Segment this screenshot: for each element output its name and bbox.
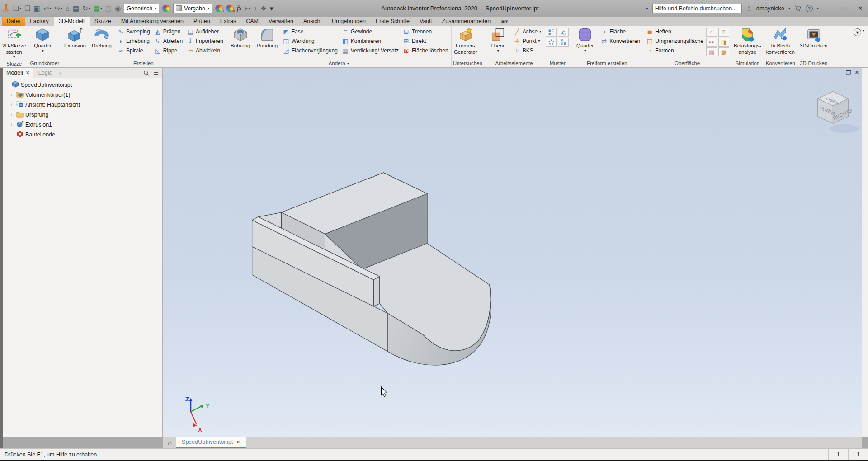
help-search-input[interactable] [652, 4, 742, 13]
punkt-button[interactable]: ✛Punkt▾ [512, 36, 542, 46]
rectangular-pattern-button[interactable] [546, 28, 557, 37]
ribbon-tab-datei[interactable]: Datei [2, 17, 25, 26]
flächenverjüngung-button[interactable]: ◿Flächenverjüngung [281, 46, 339, 55]
sketch-driven-pattern-button[interactable] [558, 38, 569, 47]
kombinieren-button[interactable]: ◧Kombinieren [340, 36, 400, 46]
circular-pattern-button[interactable] [546, 38, 557, 47]
formen-generator-button[interactable]: Formen-Generator [453, 27, 478, 56]
aufkleber-button[interactable]: ▤Aufkleber [185, 27, 225, 36]
importieren-button[interactable]: ↧Importieren [185, 36, 225, 46]
quader-button[interactable]: Quader ▾ [30, 27, 55, 54]
help-icon[interactable]: ? [806, 5, 813, 12]
dropdown-caret-icon[interactable]: ▾ [13, 56, 15, 60]
window-layout-button[interactable]: ❖ [261, 5, 267, 12]
ribbon-tab-ansicht[interactable]: Ansicht [298, 17, 327, 26]
direkt-button[interactable]: ⊞Direkt [401, 36, 450, 46]
fx-button[interactable]: fx [237, 5, 241, 12]
tree-item-extrusion1[interactable]: +Extrusion1 [5, 120, 162, 130]
link-button[interactable]: ◳ [105, 5, 112, 12]
ribbon-tab-mit-anmerkung-versehen[interactable]: Mit Anmerkung versehen [116, 17, 189, 26]
tree-item-bauteilende[interactable]: Bauteilende [5, 130, 162, 140]
tree-expander-icon[interactable]: + [9, 92, 14, 98]
appearance-select-caret-icon[interactable]: ▾ [208, 6, 209, 10]
appearance-select[interactable]: Vorgabe▾ [173, 4, 212, 13]
konvertieren-button[interactable]: ⇄Konvertieren [599, 36, 642, 46]
ribbon-options-caret-icon[interactable]: ▾ [863, 28, 864, 33]
replace-face-button[interactable]: ◨ [718, 38, 729, 47]
measure-caret-icon[interactable]: ▾ [249, 6, 250, 10]
ribbon-tab-erste-schritte[interactable]: Erste Schritte [371, 17, 415, 26]
tree-expander-icon[interactable]: + [9, 122, 14, 127]
appearance-clear-button[interactable]: ✕ [226, 5, 234, 12]
verdickung-versatz-button[interactable]: ▦Verdickung/ Versatz [340, 46, 400, 55]
material-select-caret-icon[interactable]: ▾ [155, 6, 156, 10]
dropdown-caret-icon[interactable]: ▾ [584, 49, 586, 53]
measure-button[interactable]: ⊦▾ [245, 5, 250, 12]
quader-button[interactable]: Quader ▾ [572, 27, 598, 54]
dropdown-caret-icon[interactable]: ▾ [539, 29, 541, 33]
minimize-button[interactable]: – [823, 5, 835, 12]
new-file-caret-icon[interactable]: ▾ [19, 6, 21, 10]
home-button[interactable]: ⌂ [66, 5, 70, 12]
rippe-button[interactable]: ◺Rippe [153, 46, 184, 55]
plus-button[interactable]: + [254, 5, 258, 12]
drehung-button[interactable]: Drehung [89, 27, 114, 49]
search-icon[interactable] [143, 70, 149, 76]
store-cart-icon[interactable] [794, 5, 802, 12]
rundung-button[interactable]: Rundung [255, 27, 280, 49]
dropdown-caret-icon[interactable]: ▾ [42, 49, 43, 53]
part-model[interactable] [252, 173, 491, 365]
dropdown-caret-icon[interactable]: ▾ [497, 49, 499, 53]
qat-options-button[interactable]: ▾ [270, 5, 274, 12]
ribbon-tab-3d-modell[interactable]: 3D-Modell [54, 17, 90, 26]
extend-surface-button[interactable]: ◜ [706, 28, 717, 37]
browser-add-tab-button[interactable]: + [56, 70, 65, 76]
prägen-button[interactable]: ◭Prägen [153, 27, 184, 36]
undo-caret-icon[interactable]: ▾ [49, 6, 51, 10]
trennen-button[interactable]: ⊟Trennen [401, 27, 450, 36]
update-caret-icon[interactable]: ▾ [89, 6, 90, 10]
update-button[interactable]: ↻▾ [82, 5, 90, 12]
save-button[interactable]: ▣ [34, 5, 40, 12]
ribbon-tab-factory[interactable]: Factory [25, 17, 54, 26]
dropdown-caret-icon[interactable]: ▾ [538, 39, 540, 43]
material-select[interactable]: Generisch▾ [124, 4, 159, 13]
merge-surface-button[interactable]: ▩ [718, 47, 729, 56]
heften-button[interactable]: ≣Heften [645, 27, 705, 36]
ribbon-tab-appearance[interactable]: ▣▾ [495, 17, 513, 26]
undo-button[interactable]: ↩▾ [43, 5, 52, 12]
new-file-button[interactable]: ❏▾ [13, 5, 21, 12]
redo-button[interactable]: ↪▾ [54, 5, 62, 12]
achse-button[interactable]: ╱Achse▾ [512, 27, 542, 36]
color-wheel-button[interactable] [162, 5, 170, 12]
ebene-button[interactable]: Ebene ▾ [486, 27, 511, 54]
spirale-button[interactable]: ≈Spirale [116, 46, 151, 55]
belastungs-analyse-button[interactable]: Belastungs-analyse [733, 27, 762, 56]
close-button[interactable]: ✕ [854, 5, 866, 12]
trim-surface-button[interactable]: ✂ [706, 38, 717, 47]
close-document-icon[interactable]: ✕ [854, 69, 859, 76]
umgrenzungsfläche-button[interactable]: ◱Umgrenzungsfläche [645, 36, 705, 46]
drawing-view-button[interactable]: ▤ [73, 5, 79, 12]
browser-tab-modell[interactable]: Modell✕ [3, 68, 33, 78]
open-file-button[interactable]: ❒ [24, 5, 30, 12]
filter-menu-icon[interactable]: ☰ [154, 70, 159, 76]
fase-button[interactable]: ◤Fase [281, 27, 339, 36]
view-cube[interactable]: OBEN VORNE RECHTS [817, 92, 858, 133]
redo-caret-icon[interactable]: ▾ [61, 6, 62, 10]
tree-item-speedupinventor-ipt[interactable]: SpeedUpInventor.ipt [5, 80, 162, 90]
tree-item-volumenkörper-1-[interactable]: +Volumenkörper(1) [5, 90, 162, 100]
ribbon-tab-vault[interactable]: Vault [415, 17, 437, 26]
bks-button[interactable]: ⌗BKS [512, 46, 542, 55]
mirror-button[interactable] [558, 28, 569, 37]
extrusion-button[interactable]: Extrusion [62, 27, 88, 49]
gewinde-button[interactable]: ≡Gewinde [340, 27, 400, 36]
help-menu-caret-icon[interactable]: ▾ [817, 6, 819, 10]
browser-tab-ilogic[interactable]: iLogic [33, 68, 56, 78]
3d-drucken-button[interactable]: 3D-Drucken [799, 27, 828, 49]
inventor-logo-button[interactable]: IPRO [3, 5, 10, 13]
browser-tab-close-icon[interactable]: ✕ [26, 70, 30, 76]
group-dropdown-caret-icon[interactable]: ▾ [347, 61, 349, 66]
ribbon-tab-prüfen[interactable]: Prüfen [189, 17, 215, 26]
fläche-button[interactable]: ◖Fläche [599, 27, 642, 36]
